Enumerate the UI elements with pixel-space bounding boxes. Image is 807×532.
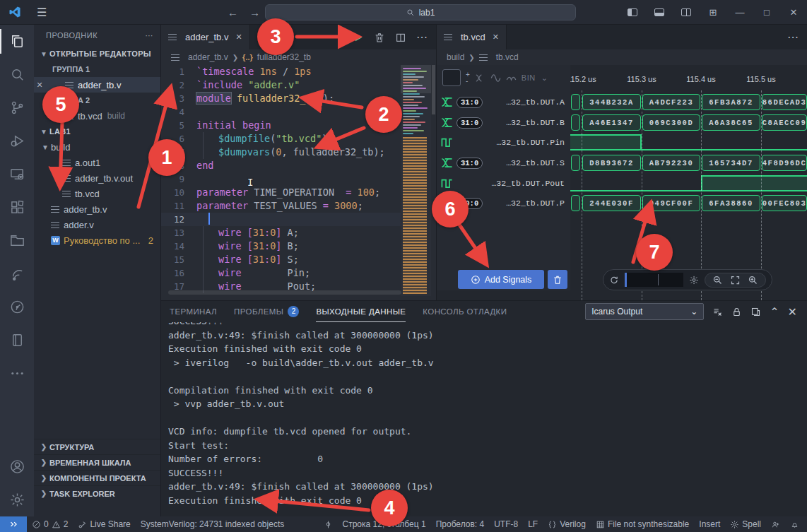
editor-horizontal-scrollbar[interactable] [168, 290, 401, 295]
breadcrumb[interactable]: adder_tb.v ❯ {..} fulladder32_tb [161, 49, 436, 65]
activity-source-control-icon[interactable] [0, 91, 34, 124]
tree-item-adder_tb.v[interactable]: ✕adder_tb.v [34, 77, 160, 93]
wave-value-box[interactable] [442, 69, 461, 86]
status-systemverilog[interactable]: SystemVerilog: 24731 indexed objects [136, 516, 289, 532]
breadcrumb-symbol[interactable]: fulladder32_tb [257, 52, 311, 62]
section-task-explorer[interactable]: ❯TASK EXPLORER [34, 485, 161, 501]
tab-tb-vcd[interactable]: tb.vcd ✕ [437, 25, 507, 49]
back-arrow-icon[interactable]: ← [228, 6, 238, 18]
activity-timeline-icon[interactable] [0, 290, 34, 324]
waveform-canvas[interactable]: 115.2 us115.3 us115.4 us115.5 us 344B232… [570, 65, 807, 300]
tree-item--1[interactable]: ГРУППА 1 [34, 61, 160, 77]
tree-item--2[interactable]: ГРУППА 2 [34, 93, 160, 108]
minimap-slider[interactable] [401, 65, 431, 93]
tree-item-tb.vcd[interactable]: tb.vcd [34, 186, 160, 201]
add-signals-button[interactable]: Add Signals [458, 270, 544, 289]
tree-item-adder.v[interactable]: adder.v [34, 217, 160, 232]
toggle-sidebar-icon[interactable] [619, 0, 646, 25]
remote-indicator[interactable] [0, 516, 27, 532]
lock-icon[interactable] [731, 307, 742, 317]
tree-item-adder_tb.v.out[interactable]: adder_tb.v.out [34, 170, 160, 186]
status-spell[interactable]: Spell [725, 516, 766, 532]
status-utf-8[interactable]: UTF-8 [489, 516, 523, 532]
activity-notebook-icon[interactable] [0, 324, 34, 357]
status-bell[interactable] [785, 516, 804, 532]
signal-row-32_tb.DUT.P[interactable]: 30:0…32_tb.DUT.P [437, 195, 570, 211]
tree-item-build[interactable]: ▼build [34, 139, 160, 155]
activity-remote-explorer-icon[interactable] [0, 158, 34, 191]
time-input[interactable] [625, 273, 683, 287]
activity-account-icon[interactable] [0, 450, 34, 483]
signal-row-32_tb.DUT.A[interactable]: 31:0…32_tb.DUT.A [437, 94, 570, 110]
signal-row-32_tb.DUT.S[interactable]: 31:0…32_tb.DUT.S [437, 155, 570, 171]
status-пробелов[interactable]: Пробелов: 4 [431, 516, 490, 532]
open-in-editor-icon[interactable] [750, 307, 761, 317]
radix-dropdown[interactable]: BIN ⌄ [522, 73, 548, 83]
output-channel-select[interactable]: Icarus Output ⌄ [585, 303, 704, 320]
activity-run-debug-icon[interactable] [0, 124, 34, 158]
tree-item-tb.vcd[interactable]: tb.vcdbuild [34, 108, 160, 124]
close-button[interactable]: ✕ [780, 0, 807, 25]
toggle-panel-icon[interactable] [646, 0, 673, 25]
panel-close-icon[interactable]: ✕ [788, 305, 797, 319]
sidebar-more-icon[interactable]: ⋯ [146, 31, 154, 40]
tree-item-lab1[interactable]: ▼LAB1 [34, 124, 160, 139]
tab-close-icon[interactable]: ✕ [235, 32, 242, 42]
minimap[interactable] [401, 65, 431, 296]
minimize-button[interactable]: — [726, 0, 753, 25]
status-insert[interactable]: Insert [694, 516, 725, 532]
command-search-box[interactable]: lab1 [265, 4, 576, 20]
analog-wave-icon[interactable] [490, 73, 501, 83]
tree-item--...[interactable]: WРуководство по ...2 [34, 232, 160, 248]
toggle-secondary-sidebar-icon[interactable] [673, 0, 700, 25]
problems-status[interactable]: 02 [27, 516, 73, 532]
signal-row-32_tb.DUT.Pout[interactable]: …32_tb.DUT.Pout [437, 175, 570, 191]
breadcrumb-file[interactable]: tb.vcd [496, 52, 519, 62]
remove-signals-button[interactable] [548, 270, 567, 289]
forward-arrow-icon[interactable]: → [249, 6, 260, 18]
activity-files-icon[interactable] [0, 25, 34, 58]
status-phi[interactable] [319, 516, 338, 532]
status-verilog[interactable]: Verilog [543, 516, 591, 532]
tree-item-a.out1[interactable]: a.out1 [34, 155, 160, 170]
hamburger-menu-icon[interactable]: ☰ [37, 6, 47, 19]
panel-tab-консоль-отладки[interactable]: КОНСОЛЬ ОТЛАДКИ [423, 301, 507, 322]
breadcrumb-file[interactable]: adder_tb.v [188, 52, 228, 62]
editor-vertical-scrollbar[interactable] [431, 65, 436, 296]
wave-breadcrumb[interactable]: build ❯ tb.vcd [437, 49, 807, 65]
analog-wave2-icon[interactable] [506, 73, 517, 83]
activity-esp-idf-icon[interactable] [0, 257, 34, 290]
fit-view-icon[interactable] [730, 275, 741, 285]
status-lf[interactable]: LF [523, 516, 543, 532]
refresh-icon[interactable] [609, 275, 619, 285]
section-структура[interactable]: ❯СТРУКТУРА [34, 439, 161, 454]
tree-item--[interactable]: ▼ОТКРЫТЫЕ РЕДАКТОРЫ [34, 46, 160, 61]
zoom-in-icon[interactable] [748, 275, 758, 285]
run-verilog-icon[interactable] [353, 32, 364, 43]
signal-row-32_tb.DUT.B[interactable]: 31:0…32_tb.DUT.B [437, 114, 570, 131]
status-live[interactable]: Live Share [73, 516, 135, 532]
customize-layout-icon[interactable]: ⊞ [700, 0, 726, 25]
activity-search-icon[interactable] [0, 58, 34, 91]
activity-folder-icon[interactable] [0, 224, 34, 257]
activity-extensions-icon[interactable] [0, 191, 34, 224]
bus-format-icon[interactable] [475, 73, 485, 83]
panel-tab-выходные-данные[interactable]: ВЫХОДНЫЕ ДАННЫЕ [316, 301, 406, 322]
activity-settings-icon[interactable] [0, 483, 34, 516]
trash-icon[interactable] [374, 32, 385, 43]
breadcrumb-folder[interactable]: build [447, 52, 464, 62]
section-временная-шкала[interactable]: ❯ВРЕМЕННАЯ ШКАЛА [34, 454, 161, 470]
section-компоненты-проекта[interactable]: ❯КОМПОНЕНТЫ ПРОЕКТА [34, 470, 161, 485]
status-строка[interactable]: Строка 12, столбец 1 [338, 516, 431, 532]
editor-more-icon[interactable]: ⋯ [416, 30, 428, 44]
editor-more-icon[interactable]: ⋯ [787, 30, 799, 44]
tab-close-icon[interactable]: ✕ [493, 32, 499, 42]
status-file[interactable]: File not synthesizable [591, 516, 694, 532]
tab-adder-tb-v[interactable]: adder_tb.v ✕ [161, 25, 250, 49]
zoom-out-icon[interactable] [712, 275, 723, 285]
code-editor[interactable]: 1`timescale 1ns / 1ps2`include "adder.v"… [161, 65, 401, 296]
panel-tab-терминал[interactable]: ТЕРМИНАЛ [170, 301, 217, 322]
panel-tab-проблемы[interactable]: ПРОБЛЕМЫ2 [234, 301, 299, 322]
signal-row-32_tb.DUT.Pin[interactable]: …32_tb.DUT.Pin [437, 134, 570, 150]
tree-item-adder_tb.v[interactable]: adder_tb.v [34, 201, 160, 217]
